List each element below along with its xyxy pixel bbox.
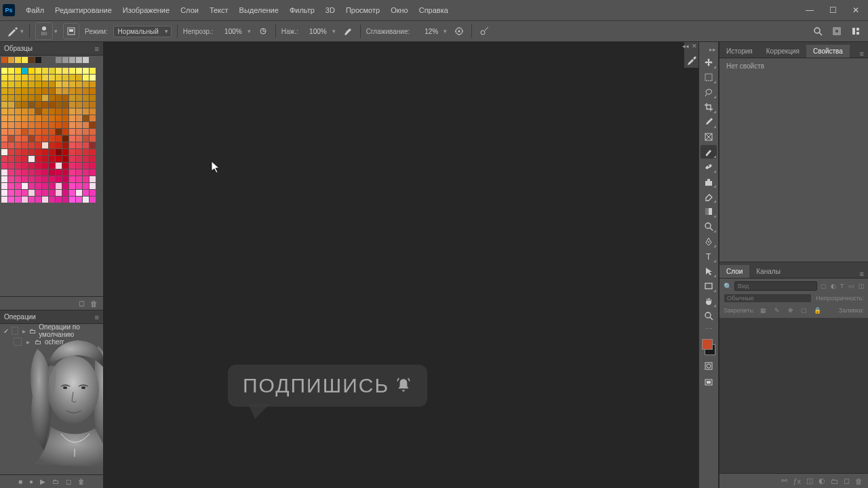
- swatch[interactable]: [28, 149, 35, 155]
- swatch[interactable]: [8, 122, 14, 128]
- swatch[interactable]: [22, 115, 28, 121]
- swatch[interactable]: [56, 108, 62, 115]
- swatch[interactable]: [42, 149, 48, 155]
- swatch[interactable]: [8, 115, 14, 121]
- swatch[interactable]: [35, 102, 41, 108]
- swatch[interactable]: [62, 169, 68, 176]
- swatch[interactable]: [22, 95, 28, 101]
- swatch[interactable]: [8, 183, 14, 189]
- swatch[interactable]: [8, 81, 14, 87]
- canvas-area[interactable]: ПОДПИШИСЬ ◂◂✕: [103, 42, 698, 488]
- swatch[interactable]: [1, 176, 7, 182]
- swatch[interactable]: [56, 136, 62, 142]
- eyedropper-tool[interactable]: [701, 115, 717, 129]
- swatch[interactable]: [49, 81, 55, 87]
- swatch[interactable]: [1, 57, 7, 63]
- swatch[interactable]: [49, 115, 55, 121]
- swatch[interactable]: [42, 136, 48, 142]
- swatch[interactable]: [28, 108, 35, 115]
- swatch[interactable]: [28, 81, 35, 87]
- swatch[interactable]: [90, 190, 96, 196]
- swatch[interactable]: [8, 102, 14, 108]
- layers-panel-menu-icon[interactable]: ≡: [856, 270, 868, 278]
- swatch[interactable]: [22, 81, 28, 87]
- swatch[interactable]: [42, 68, 48, 74]
- swatch[interactable]: [1, 169, 7, 176]
- swatch[interactable]: [83, 176, 89, 182]
- quick-share-icon[interactable]: [830, 24, 844, 38]
- brush-settings-icon[interactable]: [684, 52, 698, 68]
- swatch[interactable]: [28, 183, 35, 189]
- swatch[interactable]: [90, 95, 96, 101]
- swatch[interactable]: [62, 68, 68, 74]
- swatch[interactable]: [42, 176, 48, 182]
- swatch[interactable]: [76, 197, 82, 203]
- path-select-tool[interactable]: [701, 264, 717, 278]
- swatch[interactable]: [49, 88, 55, 94]
- swatch[interactable]: [42, 95, 48, 101]
- swatch[interactable]: [8, 68, 14, 74]
- menu-фильтр[interactable]: Фильтр: [284, 3, 320, 17]
- swatch[interactable]: [8, 108, 14, 115]
- layer-fx-icon[interactable]: ƒx: [793, 477, 801, 485]
- swatch[interactable]: [15, 75, 21, 81]
- swatch[interactable]: [1, 108, 7, 115]
- play-icon[interactable]: ▶: [40, 478, 45, 485]
- swatch[interactable]: [76, 115, 82, 121]
- swatch[interactable]: [83, 95, 89, 101]
- gradient-tool[interactable]: [701, 205, 717, 218]
- swatch[interactable]: [8, 136, 14, 142]
- frame-tool[interactable]: [701, 130, 717, 144]
- tab-layers[interactable]: Слои: [719, 265, 749, 278]
- active-tool-icon[interactable]: [5, 24, 19, 38]
- swatch[interactable]: [62, 163, 68, 169]
- swatch[interactable]: [56, 88, 62, 94]
- swatch[interactable]: [22, 156, 28, 162]
- swatch[interactable]: [56, 176, 62, 182]
- swatch[interactable]: [15, 108, 21, 115]
- swatch[interactable]: [62, 81, 68, 87]
- swatch[interactable]: [69, 75, 75, 81]
- dock-collapse-icon[interactable]: ◂◂: [682, 43, 689, 51]
- stop-icon[interactable]: ■: [18, 478, 22, 485]
- swatch[interactable]: [62, 95, 68, 101]
- swatch[interactable]: [76, 81, 82, 87]
- swatch[interactable]: [22, 176, 28, 182]
- swatch[interactable]: [69, 95, 75, 101]
- swatch[interactable]: [1, 149, 7, 155]
- swatch[interactable]: [69, 57, 75, 63]
- swatch[interactable]: [15, 190, 21, 196]
- swatch[interactable]: [69, 169, 75, 176]
- swatch[interactable]: [22, 136, 28, 142]
- swatch[interactable]: [83, 115, 89, 121]
- swatch[interactable]: [35, 142, 41, 148]
- window-close[interactable]: ✕: [846, 3, 865, 17]
- swatch[interactable]: [28, 115, 35, 121]
- swatch[interactable]: [90, 197, 96, 203]
- swatch[interactable]: [35, 163, 41, 169]
- smooth-arrow[interactable]: ▾: [443, 28, 447, 35]
- swatch[interactable]: [90, 156, 96, 162]
- window-maximize[interactable]: ☐: [823, 3, 842, 17]
- swatch[interactable]: [35, 81, 41, 87]
- dodge-tool[interactable]: [701, 220, 717, 233]
- swatch[interactable]: [83, 81, 89, 87]
- swatch[interactable]: [76, 136, 82, 142]
- color-swatches[interactable]: [701, 338, 717, 357]
- swatch[interactable]: [1, 129, 7, 135]
- lock-nest-icon[interactable]: ▢: [800, 306, 809, 315]
- swatch[interactable]: [49, 163, 55, 169]
- swatch[interactable]: [83, 169, 89, 176]
- swatch[interactable]: [69, 156, 75, 162]
- swatch[interactable]: [49, 95, 55, 101]
- foreground-color[interactable]: [702, 339, 713, 350]
- swatch[interactable]: [76, 68, 82, 74]
- swatch[interactable]: [83, 129, 89, 135]
- swatch[interactable]: [28, 142, 35, 148]
- swatch[interactable]: [22, 163, 28, 169]
- swatch[interactable]: [56, 81, 62, 87]
- swatch[interactable]: [15, 129, 21, 135]
- dock-close-icon[interactable]: ✕: [692, 43, 697, 51]
- marquee-tool[interactable]: [701, 70, 717, 84]
- swatch[interactable]: [90, 169, 96, 176]
